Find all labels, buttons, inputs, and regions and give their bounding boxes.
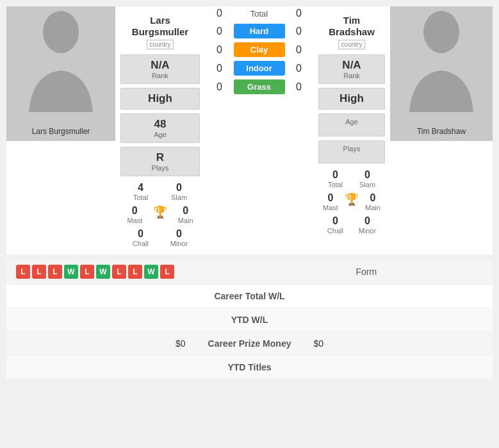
form-badge-6: L — [112, 265, 126, 279]
total-left-score: 0 — [211, 8, 227, 19]
left-rank-value: N/A — [127, 59, 193, 72]
indoor-right-score: 0 — [291, 63, 307, 74]
form-badge-7: L — [128, 265, 142, 279]
left-age-panel: 48 Age — [120, 113, 200, 143]
form-badge-3: W — [64, 265, 78, 279]
right-high-panel: High — [318, 88, 385, 110]
ytd-titles-label: YTD Titles — [186, 362, 314, 372]
left-main: 0 Main — [178, 205, 193, 224]
right-stats-row2: 0 Mast 🏆 0 Main — [320, 192, 384, 212]
svg-point-0 — [43, 11, 79, 53]
career-total-row: Career Total W/L — [6, 285, 493, 308]
right-rank-label: Rank — [325, 72, 378, 79]
left-chall: 0 Chall — [133, 228, 149, 247]
clay-row: 0 Clay 0 — [211, 42, 307, 57]
left-player-name-below: Lars Burgsmuller — [32, 127, 90, 136]
left-plays-label: Plays — [127, 164, 193, 172]
prize-money-left: $0 — [16, 338, 186, 349]
left-stats-row2: 0 Mast 🏆 0 Main — [122, 205, 199, 224]
form-badge-8: W — [144, 265, 158, 279]
hard-badge: Hard — [234, 24, 285, 38]
form-row: L L L W L W L L W L Form — [6, 260, 493, 285]
form-badge-4: L — [80, 265, 94, 279]
right-age-label: Age — [325, 118, 378, 126]
right-plays-panel: Plays — [318, 140, 385, 163]
hard-left-score: 0 — [211, 26, 227, 37]
left-age-label: Age — [127, 131, 193, 138]
right-silhouette — [400, 10, 483, 112]
total-right-score: 0 — [291, 8, 307, 19]
clay-left-score: 0 — [211, 44, 227, 56]
indoor-badge: Indoor — [234, 61, 285, 76]
left-mast: 0 Mast — [127, 205, 142, 224]
left-minor: 0 Minor — [170, 228, 188, 247]
main-container: Lars Burgsmuller Lars Burgsmuller countr… — [0, 0, 499, 386]
career-total-label: Career Total W/L — [186, 291, 314, 301]
left-name-country: Lars Burgsmuller country — [119, 10, 202, 53]
form-badge-9: L — [160, 265, 174, 279]
right-rank-value: N/A — [325, 59, 378, 72]
form-badge-0: L — [16, 265, 30, 279]
prize-money-row: $0 Career Prize Money $0 — [6, 332, 493, 356]
left-rank-label: Rank — [127, 72, 193, 79]
right-player-name-below: Tim Bradshaw — [417, 127, 466, 136]
grass-badge: Grass — [234, 79, 285, 94]
total-center-label: Total — [227, 9, 291, 19]
form-badge-2: L — [48, 265, 62, 279]
ytd-wl-row: YTD W/L — [6, 308, 493, 332]
prize-money-right: $0 — [314, 338, 484, 349]
grass-left-score: 0 — [211, 81, 227, 93]
right-mast: 0 Mast — [323, 192, 338, 212]
left-stats-below: 4 Total 0 Slam 0 Mast 🏆 — [119, 178, 202, 251]
left-total: 4 Total — [133, 182, 148, 201]
right-minor: 0 Minor — [359, 215, 377, 235]
right-stats-below: 0 Total 0 Slam 0 Mast 🏆 — [316, 165, 387, 251]
left-trophy-icon: 🏆 — [153, 206, 167, 219]
left-age-value: 48 — [127, 118, 193, 131]
right-total: 0 Total — [328, 169, 343, 188]
left-stats-row1: 4 Total 0 Slam — [122, 182, 199, 201]
indoor-row: 0 Indoor 0 — [211, 61, 307, 76]
left-slam: 0 Slam — [171, 182, 187, 201]
right-trophy: 🏆 — [345, 192, 359, 212]
indoor-left-score: 0 — [211, 63, 227, 74]
prize-money-label: Career Prize Money — [186, 338, 314, 349]
right-country: country — [338, 40, 366, 49]
right-plays-label: Plays — [325, 145, 378, 153]
hard-row: 0 Hard 0 — [211, 24, 307, 38]
left-plays-panel: R Plays — [120, 147, 200, 176]
right-main: 0 Main — [365, 192, 380, 212]
clay-badge: Clay — [234, 42, 285, 57]
left-high-value: High — [127, 92, 193, 105]
right-slam: 0 Slam — [359, 169, 375, 188]
ytd-wl-label: YTD W/L — [186, 315, 314, 325]
clay-right-score: 0 — [291, 44, 307, 56]
left-player-name: Lars Burgsmuller — [122, 15, 199, 38]
right-stats-row3: 0 Chall 0 Minor — [320, 215, 384, 235]
right-player-name: Tim Bradshaw — [320, 15, 384, 38]
left-high-panel: High — [120, 88, 200, 110]
left-stats-row3: 0 Chall 0 Minor — [122, 228, 199, 247]
left-plays-value: R — [127, 151, 193, 164]
form-badge-1: L — [32, 265, 46, 279]
center-col: 0 Total 0 0 Hard 0 0 Clay 0 0 Indoor 0 0 — [205, 6, 313, 254]
left-silhouette — [19, 10, 102, 112]
total-row: 0 Total 0 — [205, 6, 313, 21]
right-age-panel: Age — [318, 113, 385, 137]
right-player-photo: Tim Bradshaw — [390, 6, 493, 141]
right-stats-row1: 0 Total 0 Slam — [320, 169, 384, 188]
left-player-photo: Lars Burgsmuller — [6, 6, 115, 141]
grass-row: 0 Grass 0 — [211, 79, 307, 94]
right-high-value: High — [325, 92, 378, 105]
svg-point-1 — [423, 11, 459, 53]
form-badges-left: L L L W L W L L W L — [16, 265, 250, 279]
left-rank-panel: N/A Rank — [120, 54, 200, 84]
bottom-section: L L L W L W L L W L Form Career Total W/… — [6, 260, 493, 379]
grass-right-score: 0 — [291, 81, 307, 93]
left-trophy: 🏆 — [153, 205, 167, 224]
players-row: Lars Burgsmuller Lars Burgsmuller countr… — [6, 6, 493, 254]
left-country: country — [147, 40, 174, 49]
ytd-titles-row: YTD Titles — [6, 356, 493, 379]
right-trophy-icon: 🏆 — [345, 193, 359, 206]
right-info-block: Tim Bradshaw country N/A Rank High Age P… — [313, 6, 390, 254]
